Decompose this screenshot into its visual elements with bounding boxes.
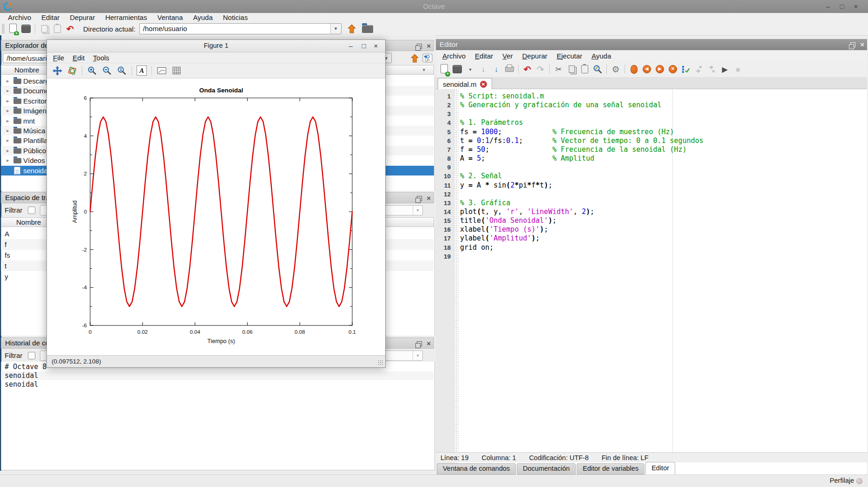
editor-breakpoint-next-icon[interactable]: ▶	[653, 63, 666, 75]
code-line[interactable]	[460, 110, 464, 118]
expander-icon[interactable]: ▸	[7, 156, 9, 165]
code-line[interactable]: plot(t, y, 'r', 'LineWidth', 2);	[460, 208, 594, 216]
code-line[interactable]: title('Onda Senoidal');	[460, 216, 557, 225]
editor-preferences-icon[interactable]: ⚙	[609, 63, 622, 75]
toolbar-new-script-icon[interactable]: +	[7, 23, 20, 35]
expander-icon[interactable]: ▸	[7, 146, 9, 156]
code-line[interactable]: f = 50; % Frecuencia de la senoidal (Hz)	[460, 145, 687, 154]
dock-tab-editor-de-variables[interactable]: Editor de variables	[577, 463, 644, 474]
code-line[interactable]	[460, 190, 464, 199]
figure-minimize-button[interactable]: –	[345, 41, 356, 51]
code-line[interactable]: % Script: senoidal.m	[460, 92, 544, 101]
menu-item-file[interactable]: File	[49, 54, 68, 62]
chevron-down-icon[interactable]: ▾	[330, 24, 341, 34]
editor-breakpoint-toggle-icon[interactable]	[627, 63, 640, 75]
current-directory-combobox[interactable]: /home/usuario ▾	[139, 23, 342, 34]
menu-item-archivo[interactable]: Archivo	[438, 52, 470, 60]
toolbar-undo-icon[interactable]: ↶	[64, 23, 77, 35]
file-tab[interactable]: senoidal.m ✕	[438, 78, 492, 90]
code-line[interactable]	[460, 163, 464, 172]
figure-zoom-original-icon[interactable]: 1	[114, 64, 129, 78]
menu-item-ver[interactable]: Ver	[498, 52, 518, 60]
expander-icon[interactable]: ▸	[7, 86, 9, 96]
expander-icon[interactable]: ▸	[7, 76, 9, 86]
undock-icon[interactable]	[417, 341, 422, 346]
menu-item-edit[interactable]: Edit	[68, 54, 89, 62]
toolbar-drag-handle[interactable]	[2, 24, 5, 34]
code-line[interactable]: xlabel('Tiempo (s)');	[460, 225, 548, 234]
window-minimize-button[interactable]: –	[822, 2, 834, 11]
menu-item-editar[interactable]: Editar	[470, 52, 498, 60]
editor-cut-icon[interactable]: ✂	[552, 63, 565, 75]
close-icon[interactable]: ×	[860, 41, 864, 48]
toolbar-open-icon[interactable]	[20, 23, 33, 35]
menu-item-depurar[interactable]: Depurar	[518, 52, 552, 60]
editor-step-in-icon[interactable]	[692, 63, 705, 75]
filter-checkbox[interactable]	[28, 352, 35, 359]
menu-item-depurar[interactable]: Depurar	[65, 13, 100, 22]
window-close-button[interactable]: ×	[850, 2, 861, 11]
history-entry[interactable]: senoidal	[1, 371, 434, 380]
code-line[interactable]: t = 0:1/fs:0.1; % Vector de tiempo: 0 a …	[460, 136, 704, 145]
window-maximize-button[interactable]: □	[836, 2, 848, 11]
expander-icon[interactable]: ▸	[7, 136, 9, 145]
sync-browser-directory-icon[interactable]	[421, 52, 434, 64]
figure-close-button[interactable]: ×	[370, 41, 381, 51]
menu-item-ayuda[interactable]: Ayuda	[587, 52, 616, 60]
tab-close-icon[interactable]: ✕	[480, 81, 487, 88]
expander-icon[interactable]: ▸	[7, 106, 9, 116]
menu-item-ejecutar[interactable]: Ejecutar	[552, 52, 587, 60]
editor-new-script-icon[interactable]: +	[438, 63, 451, 75]
expander-icon[interactable]: ▸	[7, 126, 9, 136]
close-icon[interactable]: ×	[427, 42, 431, 49]
code-line[interactable]: % 1. Parámetros	[460, 118, 523, 127]
menu-item-editar[interactable]: Editar	[36, 13, 65, 22]
code-line[interactable]: A = 5; % Amplitud	[460, 154, 594, 163]
figure-insert-text-icon[interactable]: A	[134, 64, 149, 78]
editor-print-icon[interactable]	[503, 63, 516, 75]
editor-paste-dark-icon[interactable]	[578, 63, 591, 75]
toolbar-paste-icon[interactable]	[51, 23, 64, 35]
menu-item-tools[interactable]: Tools	[89, 54, 113, 62]
code-line[interactable]: fs = 1000; % Frecuencia de muestreo (Hz)	[460, 128, 674, 136]
editor-panel-header[interactable]: Editor ×	[436, 39, 867, 50]
editor-copy-dark-icon[interactable]	[565, 63, 578, 75]
code-line[interactable]: % Generación y graficación de una señal …	[460, 101, 661, 110]
profiler-status-icon[interactable]	[856, 478, 862, 484]
editor-stop-icon[interactable]: ■	[731, 63, 744, 75]
code-editor[interactable]: 12345678910111213141516171819 % Script: …	[436, 89, 867, 487]
figure-toggle-grid-icon[interactable]	[169, 64, 184, 78]
editor-run-icon[interactable]: ▶	[718, 63, 731, 75]
code-line[interactable]: ylabel('Amplitud');	[460, 234, 540, 243]
code-line[interactable]: % 2. Señal	[460, 172, 502, 181]
figure-zoom-in-icon[interactable]	[85, 64, 99, 78]
code-line[interactable]	[460, 252, 464, 261]
code-line[interactable]: % 3. Gráfica	[460, 199, 510, 208]
history-entry[interactable]: senoidal	[1, 380, 434, 389]
editor-undo-icon[interactable]: ↶	[521, 63, 534, 75]
dock-tab-documentacion[interactable]: Documentación	[517, 463, 576, 474]
expander-icon[interactable]: ▸	[7, 116, 9, 126]
resize-grip[interactable]	[378, 360, 383, 365]
undock-icon[interactable]	[850, 42, 855, 47]
editor-open-icon[interactable]	[451, 63, 464, 75]
breakpoint-margin[interactable]	[454, 89, 459, 487]
figure-maximize-button[interactable]: □	[358, 41, 369, 51]
filter-checkbox[interactable]	[28, 207, 35, 214]
editor-breakpoint-clear-icon[interactable]: ✕	[666, 63, 679, 75]
code-line[interactable]: grid on;	[460, 243, 493, 252]
undock-icon[interactable]	[417, 44, 422, 49]
figure-insert-axes-icon[interactable]	[154, 64, 169, 78]
expander-icon[interactable]: ▸	[7, 96, 9, 106]
menu-item-archivo[interactable]: Archivo	[3, 13, 36, 22]
editor-find-icon[interactable]	[591, 63, 604, 75]
browse-directory-icon[interactable]	[361, 23, 374, 35]
figure-window[interactable]: Figure 1 – □ × FileEditTools 1A 00.020.0…	[46, 39, 386, 368]
editor-redo-icon[interactable]: ↷	[534, 63, 547, 75]
close-icon[interactable]: ×	[427, 195, 431, 201]
editor-caret-icon[interactable]: ▾	[464, 63, 477, 75]
editor-breakpoint-prev-icon[interactable]: ◀	[640, 63, 653, 75]
editor-save-icon[interactable]: ↓	[477, 63, 490, 75]
dock-tab-ventana-de-comandos[interactable]: Ventana de comandos	[437, 463, 516, 474]
directory-up-icon[interactable]	[345, 23, 358, 35]
